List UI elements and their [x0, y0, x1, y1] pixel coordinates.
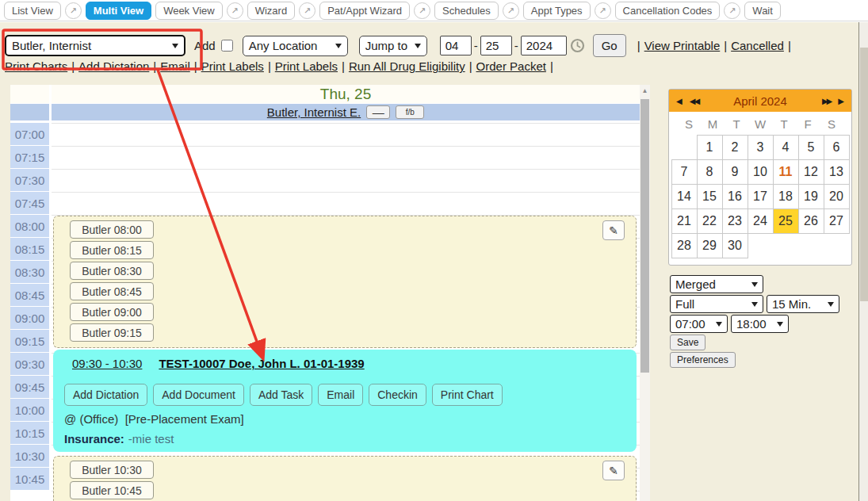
external-link-icon[interactable]: ↗ [299, 2, 315, 19]
calendar-day-4[interactable]: 4 [773, 136, 798, 160]
order-packet-link-6[interactable]: Order Packet [476, 59, 546, 73]
calendar-day-21[interactable]: 21 [671, 209, 697, 234]
next-year-icon[interactable]: ▶▶ [822, 97, 831, 105]
calendar-day-8[interactable]: 8 [697, 160, 722, 185]
calendar-day-28[interactable]: 28 [671, 234, 697, 258]
open-slot-button-butler-10-45[interactable]: Butler 10:45 [70, 481, 154, 499]
calendar-day-5[interactable]: 5 [798, 136, 824, 160]
tab-pat-appt-wizard[interactable]: Pat/Appt Wizard [319, 2, 410, 20]
run-all-drug-eligibility-link-5[interactable]: Run All Drug Eligibility [349, 59, 465, 73]
merge-select[interactable]: Merged [670, 275, 763, 293]
edit-slot-block-icon[interactable]: ✎ [602, 220, 625, 240]
add-task-button[interactable]: Add Task [250, 384, 312, 406]
calendar-day-18[interactable]: 18 [773, 185, 798, 209]
view-printable-link[interactable]: View Printable [644, 39, 721, 52]
interval-select[interactable]: 15 Min. [767, 295, 839, 313]
external-link-icon[interactable]: ↗ [724, 2, 740, 19]
prev-month-icon[interactable]: ◀ [676, 97, 683, 105]
tab-week-view[interactable]: Week View [155, 2, 223, 20]
tab-wait[interactable]: Wait [744, 2, 781, 20]
print-chart-button[interactable]: Print Chart [432, 384, 503, 406]
external-link-icon[interactable]: ↗ [65, 2, 82, 19]
cancelled-link[interactable]: Cancelled [731, 39, 784, 52]
calendar-day-12[interactable]: 12 [798, 160, 824, 185]
page-scrollbar-thumb[interactable] [860, 48, 868, 301]
calendar-day-24[interactable]: 24 [748, 209, 773, 234]
size-select[interactable]: Full [670, 295, 763, 313]
end-time-select[interactable]: 18:00 [731, 315, 789, 333]
email-button[interactable]: Email [318, 384, 363, 406]
external-link-icon[interactable]: ↗ [227, 2, 243, 19]
calendar-day-23[interactable]: 23 [722, 209, 748, 234]
calendar-day-7[interactable]: 7 [671, 160, 697, 185]
open-slot-button-butler-09-15[interactable]: Butler 09:15 [70, 323, 154, 342]
date-year-input[interactable] [521, 36, 567, 55]
calendar-day-6[interactable]: 6 [824, 136, 849, 160]
calendar-day-15[interactable]: 15 [697, 185, 722, 209]
tab-cancellation-codes[interactable]: Cancellation Codes [615, 2, 721, 20]
scroll-up-icon[interactable]: ▲ [640, 85, 650, 97]
go-button[interactable]: Go [593, 34, 626, 57]
location-select[interactable]: Any Location [243, 36, 348, 56]
open-slot-button-butler-10-30[interactable]: Butler 10:30 [70, 461, 154, 479]
calendar-day-11[interactable]: 11 [773, 160, 798, 185]
tab-schedules[interactable]: Schedules [434, 2, 499, 20]
add-checkbox[interactable] [221, 40, 233, 52]
calendar-day-9[interactable]: 9 [722, 160, 748, 185]
clock-icon[interactable] [570, 38, 585, 53]
print-labels-link-3[interactable]: Print Labels [201, 59, 264, 73]
preferences-button[interactable]: Preferences [670, 352, 736, 368]
calendar-day-13[interactable]: 13 [824, 160, 849, 185]
calendar-day-20[interactable]: 20 [824, 185, 849, 209]
provider-link[interactable]: Butler, Internist E. [267, 105, 361, 119]
tab-appt-types[interactable]: Appt Types [523, 2, 591, 20]
next-month-icon[interactable]: ▶ [838, 97, 844, 105]
calendar-day-19[interactable]: 19 [798, 185, 824, 209]
calendar-day-29[interactable]: 29 [697, 234, 722, 258]
calendar-day-17[interactable]: 17 [748, 185, 773, 209]
tab-list-view[interactable]: List View [4, 2, 61, 20]
open-slot-button-butler-08-45[interactable]: Butler 08:45 [70, 282, 154, 300]
jump-to-select[interactable]: Jump to [359, 36, 427, 56]
prev-year-icon[interactable]: ◀◀ [690, 97, 698, 105]
email-link-2[interactable]: Email [160, 59, 190, 73]
external-link-icon[interactable]: ↗ [595, 2, 611, 19]
checkin-button[interactable]: Checkin [369, 384, 426, 406]
minimize-column-button[interactable]: — [366, 105, 390, 119]
print-labels-link-4[interactable]: Print Labels [275, 59, 338, 73]
calendar-day-2[interactable]: 2 [722, 136, 748, 160]
schedule-scrollbar[interactable]: ▲ [640, 85, 650, 501]
start-time-select[interactable]: 07:00 [670, 315, 728, 333]
calendar-day-1[interactable]: 1 [697, 136, 722, 160]
schedule-scrollbar-thumb[interactable] [640, 99, 649, 373]
save-button[interactable]: Save [670, 335, 705, 350]
tab-multi-view[interactable]: Multi View [86, 2, 151, 20]
calendar-day-22[interactable]: 22 [697, 209, 722, 234]
calendar-day-16[interactable]: 16 [722, 185, 748, 209]
date-day-input[interactable] [480, 36, 512, 55]
calendar-day-27[interactable]: 27 [824, 209, 849, 234]
provider-select[interactable]: Butler, Internist [5, 35, 185, 56]
add-dictation-link-1[interactable]: Add Dictation [78, 59, 149, 73]
date-month-input[interactable] [440, 36, 472, 55]
calendar-day-10[interactable]: 10 [748, 160, 773, 185]
patient-link[interactable]: TEST-10007 Doe, John L. 01-01-1939 [159, 357, 364, 370]
add-document-button[interactable]: Add Document [153, 384, 244, 406]
page-scrollbar[interactable] [858, 22, 868, 501]
edit-slot-block-icon[interactable]: ✎ [602, 461, 625, 480]
fb-button[interactable]: f/b [396, 105, 424, 119]
calendar-day-25[interactable]: 25 [773, 209, 798, 234]
external-link-icon[interactable]: ↗ [414, 2, 430, 19]
calendar-day-26[interactable]: 26 [798, 209, 824, 234]
appointment-card[interactable]: 09:30 - 10:30 TEST-10007 Doe, John L. 01… [53, 350, 637, 452]
external-link-icon[interactable]: ↗ [503, 2, 519, 19]
add-dictation-button[interactable]: Add Dictation [64, 384, 147, 406]
open-slot-button-butler-08-00[interactable]: Butler 08:00 [70, 220, 154, 239]
appointment-time-link[interactable]: 09:30 - 10:30 [72, 357, 142, 370]
print-charts-link-0[interactable]: Print Charts [5, 59, 67, 73]
open-slot-button-butler-08-15[interactable]: Butler 08:15 [70, 241, 154, 259]
calendar-day-3[interactable]: 3 [748, 136, 773, 160]
open-slot-button-butler-09-00[interactable]: Butler 09:00 [70, 303, 154, 321]
open-slot-button-butler-08-30[interactable]: Butler 08:30 [70, 262, 154, 280]
calendar-day-14[interactable]: 14 [671, 185, 697, 209]
